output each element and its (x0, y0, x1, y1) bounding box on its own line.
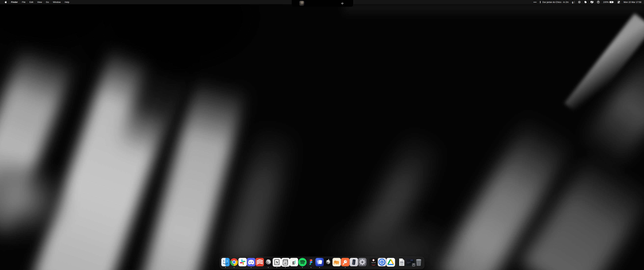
running-indicator-dot (319, 267, 320, 268)
dock-item-elephas[interactable] (332, 258, 341, 268)
dock-item-grammarly[interactable]: g (290, 258, 298, 268)
spline-icon (324, 258, 332, 266)
running-indicator-dot (310, 267, 311, 268)
raycast-icon: raycast (369, 258, 378, 266)
running-indicator-dot (251, 267, 252, 268)
dock-item-figma[interactable] (307, 258, 315, 268)
running-indicator-dot (225, 267, 226, 268)
dock-item-minimized-window[interactable] (406, 258, 414, 268)
trash-icon (414, 258, 423, 266)
pointer-shape-icon[interactable] (582, 0, 589, 4)
1password-icon[interactable] (595, 0, 602, 4)
wallpaper-glow (344, 4, 644, 16)
dock-separator (368, 258, 368, 266)
craft-icon (315, 258, 324, 266)
svg-text:10: 10 (284, 262, 286, 264)
system-settings-icon (358, 258, 366, 266)
running-indicator-dot (302, 267, 303, 268)
apple-icon[interactable] (2, 0, 9, 4)
running-indicator-dot (234, 267, 234, 268)
menu-bar-clock[interactable]: Mon 10 Mar 17:58 (622, 0, 642, 4)
dock-item-spotify[interactable] (298, 258, 307, 268)
menu-go[interactable]: Go (44, 0, 51, 4)
dock-item-1password[interactable] (378, 258, 386, 268)
1password-icon (378, 258, 386, 266)
dock-item-finder[interactable] (221, 258, 230, 268)
minimized-window-icon (406, 258, 414, 266)
menu-help[interactable]: Help (63, 0, 71, 4)
dock-item-iphone-mirroring[interactable] (350, 258, 358, 268)
iphone-mirroring-icon (350, 258, 358, 266)
notion-icon: N (272, 258, 281, 266)
grammarly-icon[interactable]: g (570, 0, 576, 4)
chrome-icon (230, 258, 238, 266)
reminder-status[interactable]: Dar jantar do Chico · in 2m (538, 0, 570, 4)
dock-item-raycast[interactable]: raycast (369, 258, 378, 268)
disk-image-file-icon (397, 258, 406, 266)
overflow-ellipsis-icon[interactable]: ••• (532, 0, 538, 4)
dock-item-chrome[interactable] (230, 258, 238, 268)
audio-visualizer-bars (341, 0, 344, 7)
dock-item-todoist[interactable] (256, 258, 264, 268)
running-indicator-dot (276, 267, 277, 268)
dock-item-postman[interactable] (341, 258, 350, 268)
dock-item-discord[interactable] (247, 258, 256, 268)
dock-item-notion[interactable]: N (272, 258, 281, 268)
notch-media-module[interactable] (292, 0, 353, 7)
google-drive-icon (386, 258, 394, 266)
linear-icon (264, 258, 272, 266)
dock-item-notion-calendar[interactable]: 10 (281, 258, 290, 268)
dock-separator (396, 258, 396, 266)
battery-status[interactable]: 100% (602, 0, 616, 4)
dock-item-slack[interactable] (238, 258, 247, 268)
menu-bar-status-area: ••• Dar jantar do Chico · in 2m g (532, 0, 644, 4)
dock-item-craft[interactable] (315, 258, 324, 268)
menu-finder[interactable]: Finder (9, 0, 20, 4)
menu-file[interactable]: File (20, 0, 28, 4)
reminder-indicator-bar (540, 1, 540, 3)
battery-percent: 100% (603, 1, 608, 3)
asterisk-icon[interactable] (576, 0, 582, 4)
slack-icon (238, 258, 247, 266)
battery-icon (610, 1, 614, 3)
display-mirroring-icon[interactable] (589, 0, 595, 4)
dock-item-trash[interactable] (414, 258, 423, 268)
dock-item-google-drive[interactable] (386, 258, 395, 268)
elephas-icon (332, 258, 341, 266)
figma-icon (307, 258, 315, 266)
dock-item-linear[interactable] (264, 258, 272, 268)
running-indicator-dot (285, 267, 286, 268)
reminder-text: Dar jantar do Chico · in 2m (542, 1, 568, 3)
running-indicator-dot (268, 267, 268, 268)
dock-item-spline[interactable] (324, 258, 332, 268)
grammarly-icon: g (290, 258, 298, 266)
finder-icon (221, 258, 230, 266)
dock-item-disk-image-file[interactable] (397, 258, 406, 268)
notion-calendar-icon: 10 (281, 258, 290, 266)
menu-edit[interactable]: Edit (28, 0, 35, 4)
album-art-thumbnail (299, 1, 304, 6)
discord-icon (247, 258, 255, 266)
dock-item-system-settings[interactable] (358, 258, 366, 268)
postman-icon (341, 258, 349, 266)
running-indicator-dot (345, 267, 346, 268)
menu-bar-left: Finder File Edit View Go Window Help (0, 0, 71, 4)
svg-text:N: N (276, 260, 278, 264)
menu-window[interactable]: Window (51, 0, 62, 4)
menu-view[interactable]: View (35, 0, 44, 4)
desktop-wallpaper (0, 0, 644, 270)
todoist-icon (256, 258, 264, 266)
dock: N 10g (220, 257, 424, 269)
wallpaper-blob (0, 166, 69, 240)
spotify-icon (298, 258, 306, 266)
control-center-icon[interactable] (616, 0, 622, 4)
